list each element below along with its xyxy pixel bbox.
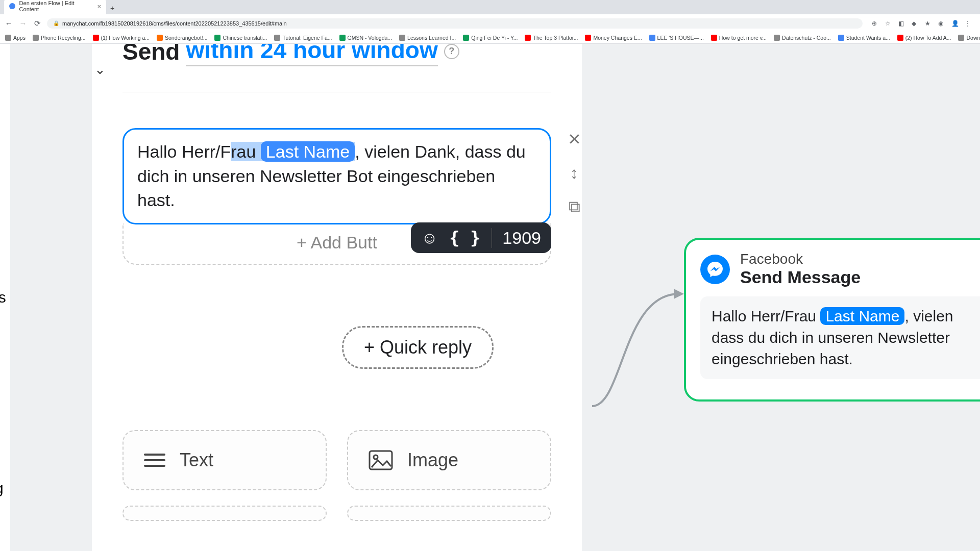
bookmark-label: Apps bbox=[13, 35, 26, 41]
bookmark-item[interactable]: Tutorial: Eigene Fa... bbox=[274, 35, 332, 41]
bookmark-item[interactable]: Apps bbox=[5, 35, 26, 41]
message-textarea[interactable]: Hallo Herr/Frau Last Name, vielen Dank, … bbox=[122, 128, 551, 224]
send-window-link[interactable]: within 24 hour window bbox=[186, 44, 437, 66]
add-button-label: + Add Butt bbox=[297, 233, 377, 252]
bookmark-item[interactable]: The Top 3 Platfor... bbox=[525, 35, 578, 41]
bookmark-label: How to get more v... bbox=[719, 35, 767, 41]
bookmarks-bar: AppsPhone Recycling...(1) How Working a.… bbox=[0, 32, 980, 44]
toolbar-icons: ⊕ ☆ ◧ ◆ ★ ◉ 👤 ⋮ bbox=[868, 20, 976, 27]
profile-icon[interactable]: 👤 bbox=[951, 20, 959, 27]
flow-title-wrap: Facebook Send Message bbox=[740, 251, 861, 287]
add-card-partial[interactable] bbox=[122, 506, 327, 521]
bookmark-favicon bbox=[339, 35, 346, 41]
add-text-card[interactable]: Text bbox=[122, 430, 327, 490]
text-card-label: Text bbox=[180, 449, 213, 471]
back-button[interactable]: ← bbox=[4, 19, 13, 28]
flow-platform-label: Facebook bbox=[740, 251, 861, 267]
bookmark-label: The Top 3 Platfor... bbox=[533, 35, 578, 41]
add-card-partial-2[interactable] bbox=[347, 506, 551, 521]
preview-var-chip: Last Name bbox=[820, 307, 904, 325]
bookmark-label: Lessons Learned f... bbox=[407, 35, 456, 41]
tab-close-icon[interactable]: × bbox=[97, 3, 101, 10]
bookmark-item[interactable]: LEE 'S HOUSE—... bbox=[649, 35, 704, 41]
bookmark-item[interactable]: (1) How Working a... bbox=[93, 35, 150, 41]
bookmark-label: GMSN - Vologda... bbox=[348, 35, 393, 41]
bookmark-item[interactable]: Chinese translati... bbox=[214, 35, 267, 41]
lock-icon: 🔒 bbox=[53, 20, 59, 26]
bookmark-favicon bbox=[711, 35, 717, 41]
bookmark-favicon bbox=[649, 35, 655, 41]
bookmark-item[interactable]: GMSN - Vologda... bbox=[339, 35, 393, 41]
content-type-grid: Text Image bbox=[122, 430, 551, 490]
add-image-card[interactable]: Image bbox=[347, 430, 551, 490]
bookmark-item[interactable]: Download - Cooki... bbox=[958, 35, 980, 41]
bookmark-favicon bbox=[838, 35, 844, 41]
menu-icon[interactable]: ⋮ bbox=[965, 20, 972, 27]
bookmark-favicon bbox=[585, 35, 591, 41]
variable-chip-lastname[interactable]: Last Name bbox=[261, 141, 355, 162]
bookmark-label: Phone Recycling... bbox=[41, 35, 86, 41]
collapse-chevron-icon[interactable]: ⌄ bbox=[94, 62, 106, 78]
forward-button[interactable]: → bbox=[18, 19, 28, 28]
message-block: Hallo Herr/Frau Last Name, vielen Dank, … bbox=[122, 128, 551, 265]
stub-text-1: ls bbox=[0, 289, 10, 306]
preview-line2: dass du dich in unseren Newsletter bbox=[712, 329, 950, 346]
send-label: Send bbox=[122, 44, 180, 65]
send-header: Send within 24 hour window ? bbox=[122, 44, 551, 66]
bookmark-item[interactable]: (2) How To Add A... bbox=[897, 35, 951, 41]
bookmark-item[interactable]: Sonderangebot!... bbox=[157, 35, 207, 41]
quick-reply-button[interactable]: + Quick reply bbox=[342, 326, 494, 369]
preview-before: Hallo Herr/Frau bbox=[712, 308, 820, 324]
msg-text-before: Hallo Herr/F bbox=[137, 142, 231, 161]
bookmark-item[interactable]: How to get more v... bbox=[711, 35, 767, 41]
char-counter: 1909 bbox=[492, 228, 541, 248]
translate-icon[interactable]: ⊕ bbox=[872, 20, 879, 27]
new-tab-button[interactable]: + bbox=[106, 2, 118, 14]
svg-point-1 bbox=[374, 455, 378, 459]
bookmark-favicon bbox=[157, 35, 163, 41]
block-side-actions: ✕ ↕ ⧉ bbox=[566, 131, 583, 215]
bookmark-favicon bbox=[214, 35, 220, 41]
divider bbox=[122, 92, 551, 92]
help-icon[interactable]: ? bbox=[444, 44, 459, 59]
ext-icon-2[interactable]: ◆ bbox=[912, 20, 919, 27]
star-icon[interactable]: ☆ bbox=[885, 20, 892, 27]
flow-node-header: Facebook Send Message bbox=[700, 251, 980, 287]
delete-block-icon[interactable]: ✕ bbox=[566, 131, 583, 148]
bookmark-item[interactable]: Lessons Learned f... bbox=[399, 35, 456, 41]
bookmark-label: Chinese translati... bbox=[223, 35, 267, 41]
bookmark-favicon bbox=[93, 35, 99, 41]
tab-title: Den ersten Flow | Edit Content bbox=[19, 0, 93, 12]
ext-icon-4[interactable]: ◉ bbox=[938, 20, 945, 27]
bookmark-favicon bbox=[958, 35, 964, 41]
browser-chrome: Den ersten Flow | Edit Content × + ← → ⟳… bbox=[0, 0, 980, 32]
bookmark-item[interactable]: Phone Recycling... bbox=[33, 35, 86, 41]
bookmark-item[interactable]: Datenschutz - Coo... bbox=[774, 35, 831, 41]
bookmark-favicon bbox=[399, 35, 405, 41]
flow-node-send-message[interactable]: Facebook Send Message Hallo Herr/Frau La… bbox=[684, 238, 980, 402]
ext-icon-3[interactable]: ★ bbox=[925, 20, 932, 27]
bookmark-item[interactable]: Qing Fei De Yi - Y... bbox=[463, 35, 518, 41]
bookmark-favicon bbox=[897, 35, 903, 41]
flow-message-preview: Hallo Herr/Frau Last Name, vielen dass d… bbox=[700, 296, 980, 379]
variable-insert-icon[interactable]: { } bbox=[449, 228, 480, 248]
content-type-grid-2 bbox=[122, 506, 551, 521]
emoji-icon[interactable]: ☺ bbox=[421, 229, 438, 247]
bookmark-item[interactable]: Money Changes E... bbox=[585, 35, 642, 41]
ext-icon-1[interactable]: ◧ bbox=[898, 20, 905, 27]
reload-button[interactable]: ⟳ bbox=[33, 19, 42, 28]
browser-tab[interactable]: Den ersten Flow | Edit Content × bbox=[4, 0, 106, 14]
duplicate-block-icon[interactable]: ⧉ bbox=[566, 198, 583, 215]
quick-reply-label: + Quick reply bbox=[364, 337, 472, 358]
bookmark-label: Datenschutz - Coo... bbox=[782, 35, 831, 41]
bookmark-label: Money Changes E... bbox=[593, 35, 642, 41]
bookmark-label: Tutorial: Eigene Fa... bbox=[282, 35, 332, 41]
message-editor-panel: ⌄ Send within 24 hour window ? Hallo Her… bbox=[92, 44, 582, 551]
move-block-icon[interactable]: ↕ bbox=[566, 164, 583, 182]
bookmark-item[interactable]: Student Wants a... bbox=[838, 35, 890, 41]
url-field[interactable]: 🔒 manychat.com/fb198150208192618/cms/fil… bbox=[47, 18, 863, 29]
text-toolbar: ☺ { } 1909 bbox=[411, 222, 551, 253]
url-text: manychat.com/fb198150208192618/cms/files… bbox=[62, 20, 287, 27]
image-card-label: Image bbox=[407, 449, 458, 471]
bookmark-favicon bbox=[463, 35, 469, 41]
